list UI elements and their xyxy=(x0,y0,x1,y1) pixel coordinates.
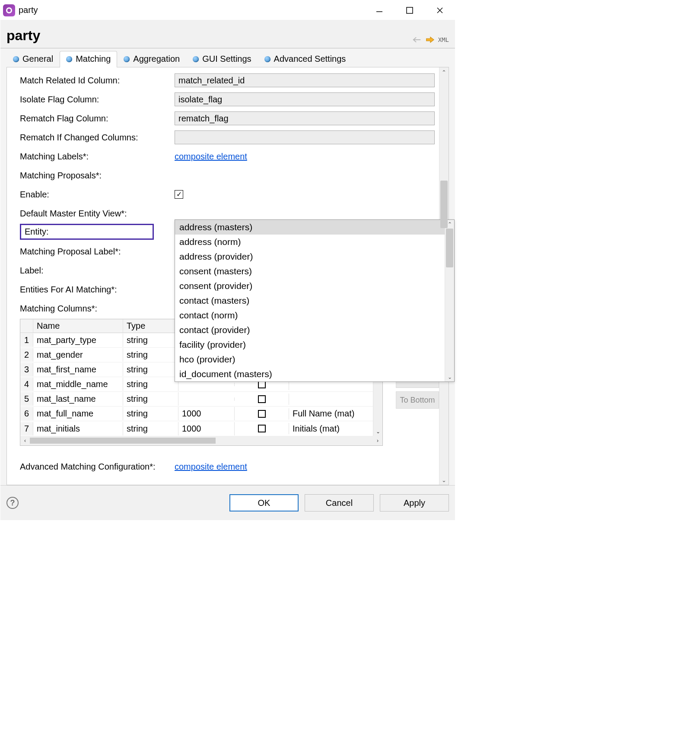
label-matching-columns: Matching Columns*: xyxy=(20,304,175,314)
dropdown-option[interactable]: address (norm) xyxy=(175,235,445,249)
label-entities-for-ai: Entities For AI Matching*: xyxy=(20,285,175,295)
cell-type: string xyxy=(123,363,178,376)
cell-label xyxy=(289,383,382,386)
nav-back-icon[interactable] xyxy=(412,36,422,44)
tab-general[interactable]: General xyxy=(6,51,60,67)
dropdown-option[interactable]: consent (provider) xyxy=(175,279,445,293)
cell-s xyxy=(178,383,235,386)
cancel-button[interactable]: Cancel xyxy=(305,494,374,511)
xml-mode-label[interactable]: XML xyxy=(438,36,449,43)
page-title: party xyxy=(6,28,40,44)
dropdown-option[interactable]: hco (provider) xyxy=(175,352,445,367)
cell-label: Initials (mat) xyxy=(289,422,382,435)
bullet-icon xyxy=(124,56,130,62)
cell-type: string xyxy=(123,348,178,362)
dropdown-option[interactable]: address (masters) xyxy=(175,220,445,235)
tab-gui-settings[interactable]: GUI Settings xyxy=(186,51,258,67)
tab-bar: General Matching Aggregation GUI Setting… xyxy=(6,51,449,67)
input-isolate-flag[interactable] xyxy=(175,92,435,106)
input-rematch-if-changed[interactable] xyxy=(175,130,435,144)
tab-advanced-settings[interactable]: Advanced Settings xyxy=(258,51,353,67)
label-default-master-entity-view: Default Master Entity View*: xyxy=(20,209,175,219)
label-matching-proposals: Matching Proposals*: xyxy=(20,171,175,181)
panel-vertical-scrollbar[interactable]: ⌃ ⌄ xyxy=(439,67,449,485)
dropdown-option[interactable]: facility (provider) xyxy=(175,337,445,352)
content-panel-wrap: Match Related Id Column: Isolate Flag Co… xyxy=(6,67,449,485)
minimize-button[interactable] xyxy=(364,0,395,20)
cell-index: 7 xyxy=(20,422,33,435)
label-rematch-if-changed: Rematch If Changed Columns: xyxy=(20,133,175,143)
label-label: Label: xyxy=(20,266,175,276)
label-matching-proposal-label: Matching Proposal Label*: xyxy=(20,247,175,257)
cell-type: string xyxy=(123,334,178,347)
window-title: party xyxy=(19,5,38,15)
to-bottom-button[interactable]: To Bottom xyxy=(396,391,439,409)
dialog-footer: ? OK Cancel Apply xyxy=(0,485,455,520)
checkbox-enable[interactable] xyxy=(175,190,183,199)
cell-label: Full Name (mat) xyxy=(289,407,382,420)
close-button[interactable] xyxy=(425,0,455,20)
table-row[interactable]: 7mat_initialsstring1000Initials (mat) xyxy=(20,421,382,436)
tab-matching[interactable]: Matching xyxy=(60,51,117,67)
link-advanced-matching-config[interactable]: composite element xyxy=(175,462,247,472)
label-entity-highlighted: Entity: xyxy=(20,224,154,240)
cell-name: mat_last_name xyxy=(33,392,123,406)
label-match-related-id: Match Related Id Column: xyxy=(20,76,175,86)
maximize-button[interactable] xyxy=(395,0,425,20)
chevron-right-icon[interactable]: › xyxy=(373,438,382,444)
chevron-down-icon[interactable]: ⌄ xyxy=(373,427,382,436)
chevron-down-icon[interactable]: ⌄ xyxy=(439,475,449,485)
th-name[interactable]: Name xyxy=(33,319,123,333)
help-icon[interactable]: ? xyxy=(6,497,19,509)
table-row[interactable]: 6mat_full_namestring1000Full Name (mat) xyxy=(20,407,382,421)
entity-dropdown[interactable]: address (masters)address (norm)address (… xyxy=(175,219,455,382)
link-matching-labels[interactable]: composite element xyxy=(175,152,247,162)
cell-index: 2 xyxy=(20,348,33,362)
cell-type: string xyxy=(123,407,178,420)
cell-name: mat_gender xyxy=(33,348,123,362)
cell-checkbox[interactable] xyxy=(235,394,289,405)
cell-checkbox[interactable] xyxy=(235,408,289,419)
cell-name: mat_party_type xyxy=(33,334,123,347)
dropdown-option[interactable]: contact (norm) xyxy=(175,308,445,323)
bullet-icon xyxy=(13,56,19,62)
apply-button[interactable]: Apply xyxy=(380,494,449,511)
cell-checkbox[interactable] xyxy=(235,423,289,434)
cell-type: string xyxy=(123,392,178,406)
bullet-icon xyxy=(66,56,72,62)
cell-name: mat_full_name xyxy=(33,407,123,420)
app-icon xyxy=(3,4,15,16)
cell-index: 1 xyxy=(20,334,33,347)
dropdown-option[interactable]: contact (provider) xyxy=(175,323,445,337)
dropdown-option[interactable]: contact (masters) xyxy=(175,293,445,308)
label-rematch-flag: Rematch Flag Column: xyxy=(20,114,175,124)
tab-aggregation[interactable]: Aggregation xyxy=(117,51,186,67)
bullet-icon xyxy=(264,56,270,62)
dropdown-option[interactable]: id_document (masters) xyxy=(175,367,445,381)
dropdown-option[interactable]: consent (masters) xyxy=(175,264,445,279)
h-scroll-thumb[interactable] xyxy=(30,438,216,444)
table-row[interactable]: 5mat_last_namestring xyxy=(20,392,382,407)
table-horizontal-scrollbar[interactable]: ‹ › xyxy=(20,436,382,445)
input-rematch-flag[interactable] xyxy=(175,111,435,125)
cell-name: mat_initials xyxy=(33,422,123,435)
cell-index: 4 xyxy=(20,378,33,391)
nav-forward-icon[interactable] xyxy=(425,36,435,44)
cell-name: mat_middle_name xyxy=(33,378,123,391)
input-match-related-id[interactable] xyxy=(175,73,435,87)
cell-type: string xyxy=(123,422,178,435)
chevron-up-icon[interactable]: ⌃ xyxy=(439,67,449,77)
th-type[interactable]: Type xyxy=(123,319,178,333)
chevron-left-icon[interactable]: ‹ xyxy=(20,438,30,444)
th-index[interactable] xyxy=(20,319,33,333)
svg-rect-1 xyxy=(407,7,413,13)
v-scroll-thumb[interactable] xyxy=(440,181,448,228)
cell-s: 1000 xyxy=(178,407,235,420)
content-panel: Match Related Id Column: Isolate Flag Co… xyxy=(7,67,439,485)
cell-label xyxy=(289,397,382,401)
subheader: party XML xyxy=(0,20,455,48)
dropdown-option[interactable]: address (provider) xyxy=(175,249,445,264)
cell-name: mat_first_name xyxy=(33,363,123,376)
ok-button[interactable]: OK xyxy=(229,494,299,511)
titlebar: party xyxy=(0,0,455,20)
